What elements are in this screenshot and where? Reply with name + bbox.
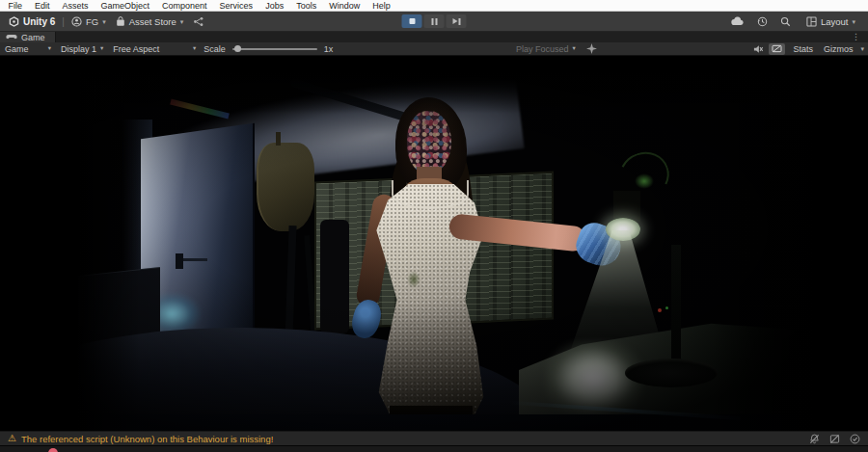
- stats-button[interactable]: Stats: [790, 44, 816, 54]
- history-icon[interactable]: [757, 16, 768, 27]
- lamp-base: [625, 359, 718, 387]
- lamp-bracket: [613, 191, 640, 222]
- status-bar[interactable]: ⚠ The referenced script (Unknown) on thi…: [0, 431, 868, 445]
- menu-gameobject[interactable]: GameObject: [95, 0, 156, 12]
- version-control-button[interactable]: [190, 13, 207, 29]
- menu-edit[interactable]: Edit: [29, 0, 57, 12]
- green-led-dot: [665, 306, 668, 309]
- hanging-backpack: [257, 143, 314, 231]
- view-mode-dropdown[interactable]: Game ▾: [0, 42, 56, 56]
- menu-tools[interactable]: Tools: [290, 0, 323, 12]
- menu-file[interactable]: File: [2, 0, 29, 12]
- window-tab-bar: Game ⋮: [0, 32, 868, 42]
- scale-value: 1x: [321, 44, 337, 54]
- unity-logo-icon: [9, 16, 19, 27]
- mute-audio-icon[interactable]: [753, 44, 764, 54]
- account-label: FG: [86, 16, 98, 27]
- gamepad-icon: [6, 34, 17, 40]
- chevron-down-icon: ▾: [573, 45, 576, 52]
- play-focused-label: Play Focused: [516, 44, 569, 54]
- bottom-partial-bar: [0, 445, 868, 452]
- pause-button[interactable]: [424, 14, 445, 28]
- pause-icon: [431, 18, 437, 25]
- chevron-down-icon: ▾: [852, 18, 855, 25]
- aspect-ratio-dropdown[interactable]: Free Aspect ▾: [108, 42, 201, 56]
- console-muted-icon[interactable]: [829, 434, 840, 444]
- bell-muted-icon[interactable]: [809, 434, 820, 444]
- sparkle-icon[interactable]: [586, 43, 597, 54]
- dress-collar: [392, 180, 469, 209]
- os-menu-bar: File Edit Assets GameObject Component Se…: [0, 0, 868, 12]
- door-handle-plate: [176, 253, 183, 269]
- more-options-icon[interactable]: ⋮: [852, 32, 868, 42]
- unity-version-badge[interactable]: Unity 6: [6, 13, 58, 29]
- step-icon: [452, 18, 460, 25]
- console-error-badge: [48, 448, 58, 452]
- scale-slider[interactable]: [232, 42, 317, 56]
- play-controls: [402, 14, 467, 28]
- unity-toolbar: Unity 6 | FG ▾ Asset Store ▾ Layout ▾: [0, 12, 868, 32]
- backpack-strap: [276, 132, 281, 146]
- asset-store-bag-icon: [116, 16, 125, 27]
- cloud-icon[interactable]: [731, 16, 745, 26]
- menu-jobs[interactable]: Jobs: [259, 0, 290, 12]
- scale-slider-track: [232, 48, 317, 50]
- menu-component[interactable]: Component: [156, 0, 214, 12]
- tab-game[interactable]: Game: [0, 32, 56, 42]
- tab-game-label: Game: [21, 33, 45, 42]
- warning-icon: ⚠: [8, 434, 16, 443]
- asset-store-label: Asset Store: [129, 16, 176, 27]
- layout-dropdown[interactable]: Layout ▾: [803, 13, 858, 29]
- chevron-down-icon[interactable]: ▾: [860, 45, 864, 52]
- collab-branch-icon: [193, 16, 204, 27]
- search-icon[interactable]: [780, 16, 791, 27]
- play-button[interactable]: [402, 14, 422, 28]
- play-icon: [409, 18, 415, 24]
- scale-slider-thumb[interactable]: [234, 45, 241, 52]
- red-led-dot: [658, 308, 662, 312]
- asset-store-dropdown[interactable]: Asset Store ▾: [113, 13, 187, 29]
- status-warning-text[interactable]: The referenced script (Unknown) on this …: [21, 434, 273, 444]
- chevron-down-icon: ▾: [100, 45, 103, 52]
- account-dropdown[interactable]: FG ▾: [68, 13, 109, 29]
- account-icon: [71, 16, 82, 27]
- display-label: Display 1: [61, 44, 96, 54]
- green-glow: [635, 173, 654, 189]
- vsync-toggle[interactable]: [769, 43, 785, 55]
- menu-window[interactable]: Window: [323, 0, 366, 12]
- scale-label: Scale: [201, 44, 229, 54]
- menu-help[interactable]: Help: [366, 0, 397, 12]
- unity-version-label: Unity 6: [23, 16, 55, 27]
- game-viewport[interactable]: [0, 56, 868, 431]
- status-check-icon[interactable]: [850, 434, 860, 444]
- menu-services[interactable]: Services: [213, 0, 259, 12]
- step-button[interactable]: [447, 14, 467, 28]
- play-focused-dropdown[interactable]: Play Focused ▾: [511, 42, 581, 56]
- left-blue-glove: [348, 297, 384, 341]
- dress-stain: [407, 271, 420, 288]
- chevron-down-icon: ▾: [48, 45, 51, 52]
- aspect-label: Free Aspect: [113, 44, 159, 54]
- gizmos-dropdown[interactable]: Gizmos: [821, 44, 856, 54]
- menu-assets[interactable]: Assets: [56, 0, 95, 12]
- toolbar-separator: |: [62, 16, 65, 27]
- view-mode-label: Game: [5, 44, 29, 54]
- chevron-down-icon: ▾: [102, 18, 106, 25]
- chevron-down-icon: ▾: [193, 45, 196, 52]
- slashed-frame-icon: [772, 44, 782, 53]
- door-handle: [183, 258, 207, 261]
- chevron-down-icon: ▾: [180, 18, 184, 25]
- game-view-toolbar: Game ▾ Display 1 ▾ Free Aspect ▾ Scale 1…: [0, 42, 868, 56]
- display-dropdown[interactable]: Display 1 ▾: [56, 42, 108, 56]
- layout-grid-icon: [806, 16, 817, 27]
- lamp-stem: [671, 245, 681, 370]
- top-shadow: [0, 56, 868, 114]
- layout-label: Layout: [821, 16, 849, 27]
